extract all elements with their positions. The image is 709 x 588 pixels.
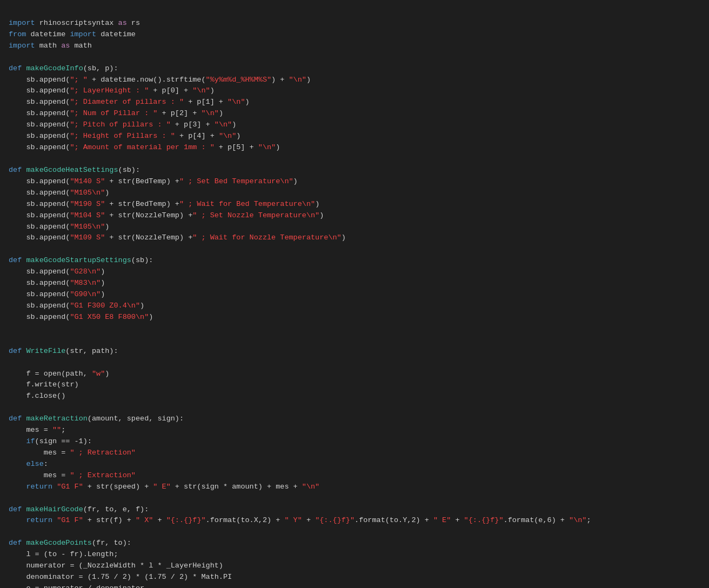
str-height: "; Height of Pillars : " xyxy=(70,132,175,140)
func-WriteFile: WriteFile xyxy=(26,347,65,355)
keyword-import: import xyxy=(9,19,35,27)
func-makeGcodeInfo: makeGcodeInfo xyxy=(26,64,83,72)
keyword-def7: def xyxy=(9,539,22,547)
keyword-as: as xyxy=(118,19,127,27)
str-nl2: "\n" xyxy=(192,86,210,95)
code-editor: import rhinoscriptsyntax as rs from date… xyxy=(9,6,700,588)
str-g1x50: "G1 X50 E8 F800\n" xyxy=(70,313,149,321)
func-makeGcodeHeatSettings: makeGcodeHeatSettings xyxy=(26,166,118,174)
str-g1f: "G1 F" xyxy=(57,483,83,491)
keyword-def4: def xyxy=(9,347,22,355)
str-m109: "M109 S" xyxy=(70,233,105,242)
str-space-y: " Y" xyxy=(284,516,302,524)
keyword-import3: import xyxy=(9,42,35,50)
str-g90: "G90\n" xyxy=(70,290,101,298)
keyword-def1: def xyxy=(9,64,22,72)
keyword-def3: def xyxy=(9,256,22,264)
str-diameter: "; Diameter of pillars : " xyxy=(70,98,184,106)
str-pitch: "; Pitch of pillars : " xyxy=(70,121,170,129)
str-nl6: "\n" xyxy=(219,132,236,140)
str-m140: "M140 S" xyxy=(70,177,105,185)
str-m190: "M190 S" xyxy=(70,200,105,208)
str-nl-ret: "\n" xyxy=(302,483,319,491)
str-nl7: "\n" xyxy=(258,143,276,151)
func-makeGcodePoints: makeGcodePoints xyxy=(26,539,92,547)
func-makeRetraction: makeRetraction xyxy=(26,415,87,423)
str-nl5: "\n" xyxy=(215,121,232,129)
str-nl4: "\n" xyxy=(201,109,218,117)
str-space-e2: " E" xyxy=(433,516,451,524)
str-extraction: " ; Extraction" xyxy=(70,471,136,479)
str-waitnozzle: " ; Wait for Nozzle Temperature\n" xyxy=(192,233,341,242)
str-m104: "M104 S" xyxy=(70,211,105,219)
func-makeGcodeStartupSettings: makeGcodeStartupSettings xyxy=(26,256,131,264)
str-setnozzle: " ; Set Nozzle Temperature\n" xyxy=(192,211,319,219)
str-format-x: "{:.{}f}" xyxy=(166,516,206,524)
str-waitbed: " ; Wait for Bed Temperature\n" xyxy=(179,200,315,208)
str-w: "w" xyxy=(92,370,105,378)
str-nl-hair: "\n" xyxy=(569,516,586,524)
str-format-date: "%y%m%d_%H%M%S" xyxy=(206,76,272,84)
keyword-if: if xyxy=(26,437,35,445)
keyword-return2: return xyxy=(26,516,52,524)
keyword-from: from xyxy=(9,30,26,38)
str-newline1: "\n" xyxy=(289,76,306,84)
str-m105-2: "M105\n" xyxy=(70,223,105,231)
str-m83: "M83\n" xyxy=(70,279,101,287)
str-layerheight: "; LayerHeight : " xyxy=(70,86,149,95)
str-empty: "" xyxy=(52,426,61,434)
str-g1f300: "G1 F300 Z0.4\n" xyxy=(70,302,140,310)
str-format-y: "{:.{}f}" xyxy=(315,516,354,524)
keyword-as2: as xyxy=(61,42,70,50)
keyword-def5: def xyxy=(9,415,22,423)
str-semicolon1: "; " xyxy=(70,76,87,84)
str-nl3: "\n" xyxy=(228,98,245,106)
func-makeHairGcode: makeHairGcode xyxy=(26,505,83,513)
keyword-import2: import xyxy=(70,30,96,38)
str-retraction: " ; Retraction" xyxy=(70,449,136,457)
str-m105-1: "M105\n" xyxy=(70,189,105,197)
keyword-def6: def xyxy=(9,505,22,513)
str-g1f-hair: "G1 F" xyxy=(57,516,83,524)
str-numpillar: "; Num of Pillar : " xyxy=(70,109,157,117)
str-g28: "G28\n" xyxy=(70,268,101,276)
keyword-def2: def xyxy=(9,166,22,174)
str-amount: "; Amount of material per 1mm : " xyxy=(70,143,214,151)
str-space-x: " X" xyxy=(136,516,153,524)
keyword-else: else xyxy=(26,460,43,468)
str-format-e: "{:.{}f}" xyxy=(464,516,504,524)
str-setbed: " ; Set Bed Temperature\n" xyxy=(179,177,293,185)
str-space-e: " E" xyxy=(153,483,170,491)
keyword-return1: return xyxy=(26,483,52,491)
